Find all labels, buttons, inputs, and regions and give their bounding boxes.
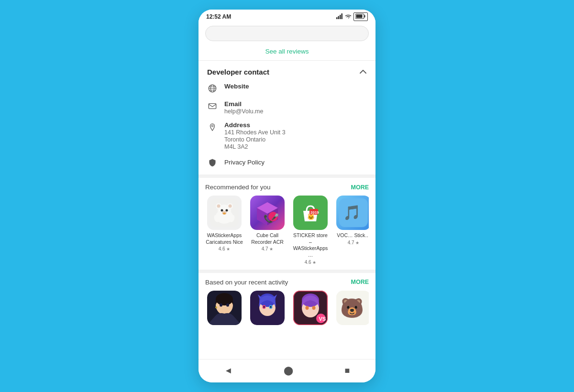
recent-activity-section: Based on your recent activity MORE: [199, 270, 375, 332]
svg-rect-3: [342, 13, 343, 19]
svg-point-45: [226, 303, 229, 306]
svg-rect-6: [356, 15, 363, 18]
address-text: Address 141 Rhodes Ave Unit 3 Toronto On…: [224, 121, 286, 150]
developer-contact-section: Developer contact Website: [199, 61, 375, 174]
svg-text:🎤: 🎤: [271, 213, 279, 221]
chevron-up-icon[interactable]: [359, 67, 367, 76]
website-text: Website: [224, 83, 249, 90]
recent-app-1[interactable]: [205, 291, 243, 327]
section-title: Developer contact: [207, 68, 269, 76]
app-rating-cube: 4.7 ★: [262, 246, 274, 251]
recommended-section: Recommended for you MORE: [199, 174, 375, 270]
app-name-voca: VOC… Stick…: [337, 232, 369, 239]
pin-icon: [207, 122, 218, 132]
svg-point-21: [221, 209, 223, 212]
status-bar: 12:52 AM: [199, 10, 375, 23]
address-label: Address: [224, 121, 286, 129]
recent-more-link[interactable]: MORE: [351, 279, 369, 285]
app-name-wasticker: WAStickerApps Caricatures Nice: [206, 232, 243, 245]
back-button[interactable]: ◄: [217, 364, 241, 378]
svg-text:🎵: 🎵: [343, 204, 361, 221]
app-item-voca[interactable]: 🎵 VOC… Stick… 4.7 ★: [334, 196, 369, 265]
globe-icon: [207, 83, 218, 94]
home-button[interactable]: ⬤: [276, 363, 301, 378]
recent-app-icon-2: [250, 291, 285, 325]
svg-point-44: [220, 303, 222, 306]
svg-rect-0: [336, 17, 338, 19]
svg-point-61: [312, 306, 316, 310]
phone-container: 12:52 AM: [199, 10, 375, 382]
email-value: help@Volu.me: [224, 108, 264, 115]
app-rating-wasticker: 4.6 ★: [219, 246, 231, 251]
recommended-title: Recommended for you: [205, 184, 271, 191]
wifi-icon: [345, 13, 352, 20]
app-icon-wasticker: [207, 196, 242, 230]
recent-title: Based on your recent activity: [205, 279, 288, 286]
recent-header: Based on your recent activity MORE: [205, 279, 369, 286]
see-all-reviews[interactable]: See all reviews: [199, 43, 375, 60]
svg-text:🐻: 🐻: [340, 296, 364, 319]
app-item-cube[interactable]: 📞 🎤 Cube Call Recorder ACR 4.7 ★: [248, 196, 287, 265]
recommended-apps-row: WAStickerApps Caricatures Nice 4.6 ★ 📞: [205, 196, 369, 265]
svg-rect-5: [364, 15, 365, 18]
recent-app-icon-4: 🐻: [336, 291, 369, 325]
recent-app-3[interactable]: VS: [291, 291, 330, 327]
recommended-header: Recommended for you MORE: [205, 184, 369, 191]
svg-rect-12: [209, 104, 216, 109]
recommended-more-link[interactable]: MORE: [351, 184, 369, 191]
app-item-wasticker[interactable]: WAStickerApps Caricatures Nice 4.6 ★: [205, 196, 243, 265]
app-rating-sticker: 4.6 ★: [305, 260, 317, 265]
app-icon-sticker: 2019 🐱: [293, 196, 328, 230]
address-line1: 141 Rhodes Ave Unit 3: [224, 129, 286, 136]
svg-point-52: [264, 306, 265, 308]
recent-app-2[interactable]: [248, 291, 287, 327]
svg-rect-1: [338, 16, 340, 20]
email-icon: [207, 101, 218, 111]
signal-icon: [336, 13, 343, 20]
svg-point-22: [226, 209, 228, 212]
app-name-cube: Cube Call Recorder ACR: [249, 232, 286, 245]
app-icon-voca: 🎵: [336, 196, 369, 230]
search-bar[interactable]: [205, 26, 369, 41]
recents-button[interactable]: ■: [337, 364, 358, 378]
shield-icon: [207, 157, 218, 168]
website-item[interactable]: Website: [207, 83, 367, 94]
search-bar-area: [199, 23, 375, 43]
recent-app-icon-1: [207, 291, 242, 325]
app-rating-voca: 4.7 ★: [348, 240, 360, 245]
email-text: Email help@Volu.me: [224, 100, 264, 115]
svg-point-53: [270, 306, 272, 308]
svg-text:🐱: 🐱: [307, 213, 315, 221]
svg-point-46: [215, 306, 217, 308]
nav-bar: ◄ ⬤ ■: [199, 359, 375, 382]
address-line2: Toronto Ontario: [224, 136, 286, 143]
svg-point-60: [306, 306, 309, 310]
battery-icon: [353, 12, 368, 21]
svg-point-20: [229, 205, 232, 208]
see-all-reviews-link[interactable]: See all reviews: [265, 48, 309, 55]
svg-point-24: [223, 213, 226, 215]
svg-point-19: [217, 205, 221, 208]
email-item[interactable]: Email help@Volu.me: [207, 100, 367, 115]
recent-app-4[interactable]: 🐻: [334, 291, 369, 327]
svg-text:VS: VS: [319, 316, 326, 322]
app-name-sticker: STICKER store – WAStickerApps …: [292, 232, 329, 259]
svg-rect-2: [340, 15, 341, 19]
website-label: Website: [224, 83, 249, 90]
privacy-item[interactable]: Privacy Policy: [207, 157, 367, 168]
svg-point-13: [211, 125, 213, 127]
privacy-label: Privacy Policy: [224, 159, 265, 166]
status-icons: [336, 12, 368, 21]
app-item-sticker[interactable]: 2019 🐱 STICKER store – WAStickerApps … 4…: [291, 196, 330, 265]
address-line3: M4L 3A2: [224, 143, 286, 150]
recent-apps-row: VS 🐻: [205, 291, 369, 327]
app-icon-cube: 📞 🎤: [250, 196, 285, 230]
status-time: 12:52 AM: [206, 13, 231, 20]
address-item[interactable]: Address 141 Rhodes Ave Unit 3 Toronto On…: [207, 121, 367, 150]
email-label: Email: [224, 100, 264, 108]
recent-app-icon-3: VS: [293, 291, 328, 325]
section-header: Developer contact: [207, 67, 367, 76]
